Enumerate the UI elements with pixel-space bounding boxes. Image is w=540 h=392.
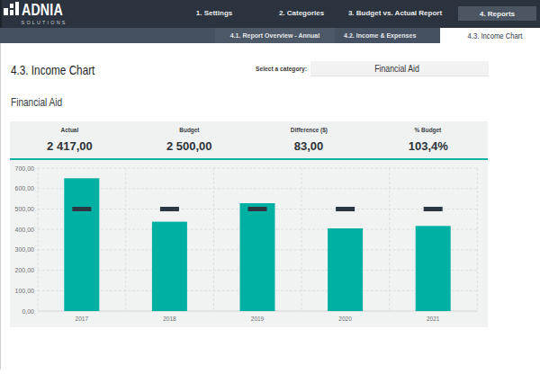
svg-text:600,00: 600,00 — [15, 185, 35, 192]
svg-text:2017: 2017 — [76, 316, 89, 322]
svg-text:300,00: 300,00 — [15, 246, 35, 253]
svg-text:200,00: 200,00 — [15, 267, 35, 273]
svg-text:2021: 2021 — [427, 316, 440, 322]
svg-text:400,00: 400,00 — [15, 227, 35, 233]
svg-text:2019: 2019 — [251, 316, 265, 322]
svg-text:500,00: 500,00 — [15, 206, 35, 212]
svg-text:0,00: 0,00 — [22, 308, 34, 315]
svg-text:2020: 2020 — [338, 316, 352, 322]
svg-text:700,00: 700,00 — [15, 165, 35, 172]
svg-text:100,00: 100,00 — [15, 288, 35, 294]
svg-text:2018: 2018 — [163, 316, 176, 322]
